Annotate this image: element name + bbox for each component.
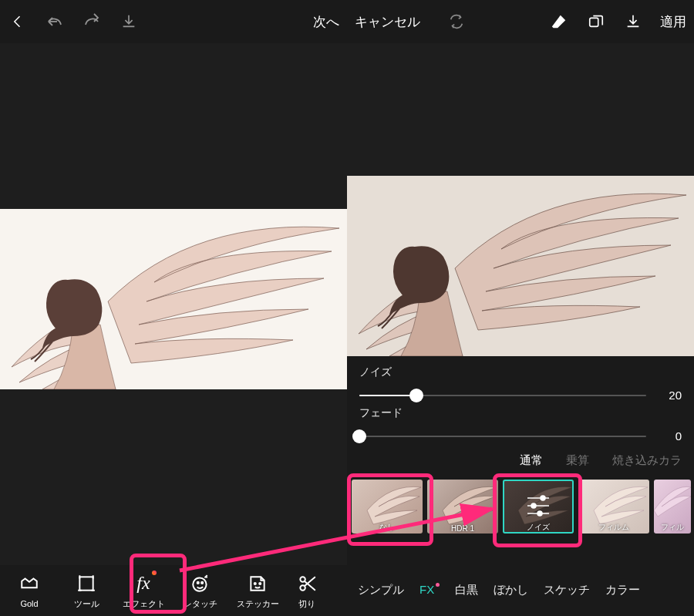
canvas-padding-top <box>0 43 347 209</box>
back-icon[interactable] <box>8 12 28 32</box>
layers-icon[interactable] <box>586 12 606 32</box>
fade-label: フェード <box>359 406 682 420</box>
tool-cutout[interactable]: 切り <box>291 572 322 610</box>
tool-label: 切り <box>298 598 315 610</box>
preset-label: なし <box>352 522 423 533</box>
svg-point-5 <box>254 582 256 584</box>
top-toolbar: 次へ <box>0 0 347 43</box>
preset-strip: なし HDR 1 ノイズ フィルム <box>347 480 694 534</box>
tool-label: エフェクト <box>123 598 165 610</box>
tool-retouch[interactable]: レタッチ <box>177 572 224 610</box>
svg-point-2 <box>193 577 206 591</box>
preset-hdr1[interactable]: HDR 1 <box>427 480 498 534</box>
tool-effects[interactable]: fx エフェクト <box>120 572 167 610</box>
eraser-icon[interactable] <box>549 12 569 32</box>
canvas-image[interactable] <box>0 209 347 389</box>
svg-point-13 <box>541 496 545 500</box>
cat-fx[interactable]: FX <box>419 583 440 597</box>
right-panel: キャンセル 適用 <box>347 0 694 616</box>
apply-button[interactable]: 適用 <box>660 13 686 31</box>
top-toolbar-right: キャンセル 適用 <box>347 0 694 43</box>
noise-label: ノイズ <box>359 365 682 379</box>
preset-noise[interactable]: ノイズ <box>503 480 574 534</box>
blend-multiply[interactable]: 乗算 <box>566 453 589 468</box>
fade-slider[interactable] <box>359 436 646 437</box>
left-panel: 次へ <box>0 0 347 616</box>
tool-label: ツール <box>74 598 99 610</box>
preset-label: ノイズ <box>503 522 574 533</box>
redo-icon[interactable] <box>82 12 102 32</box>
canvas-image-filtered[interactable] <box>347 176 694 356</box>
category-tabs: シンプル FX 白黒 ぼかし スケッチ カラー <box>347 572 694 597</box>
cat-bw[interactable]: 白黒 <box>455 583 478 597</box>
next-button[interactable]: 次へ <box>313 13 339 31</box>
tool-gold[interactable]: Gold <box>6 573 52 608</box>
tool-label: Gold <box>20 599 38 608</box>
svg-point-4 <box>201 581 203 583</box>
download-icon[interactable] <box>623 12 643 32</box>
svg-point-6 <box>259 582 261 584</box>
preset-none[interactable]: なし <box>352 480 423 534</box>
tool-label: ステッカー <box>237 598 279 610</box>
cat-color[interactable]: カラー <box>605 583 640 597</box>
preset-label: フィル <box>654 522 691 533</box>
cat-simple[interactable]: シンプル <box>358 583 404 597</box>
preset-label: HDR 1 <box>427 524 498 533</box>
fade-value: 0 <box>655 429 682 443</box>
blend-normal[interactable]: 通常 <box>520 453 543 468</box>
svg-rect-9 <box>590 18 598 26</box>
preset-film[interactable]: フィルム <box>578 480 649 534</box>
svg-rect-11 <box>347 176 694 356</box>
svg-point-15 <box>531 503 536 508</box>
tool-label: レタッチ <box>184 598 217 610</box>
cat-sketch[interactable]: スケッチ <box>544 583 590 597</box>
canvas-padding-top <box>347 43 694 176</box>
noise-slider[interactable] <box>359 395 646 396</box>
canvas-padding-bottom <box>0 389 347 565</box>
tool-sticker[interactable]: ステッカー <box>234 572 281 610</box>
cycle-icon[interactable] <box>446 12 467 32</box>
undo-icon[interactable] <box>45 12 65 32</box>
tool-tools[interactable]: ツール <box>63 572 109 610</box>
cancel-button[interactable]: キャンセル <box>355 13 420 31</box>
svg-point-3 <box>197 581 199 583</box>
preset-fil[interactable]: フィル <box>654 480 691 534</box>
blend-colorburn[interactable]: 焼き込みカラ <box>612 453 682 468</box>
download-icon[interactable] <box>119 12 139 32</box>
slider-panel: ノイズ 20 フェード 0 <box>347 356 694 446</box>
blend-mode-tabs: 通常 乗算 焼き込みカラ <box>347 447 694 476</box>
svg-point-17 <box>537 511 542 516</box>
preset-label: フィルム <box>578 522 649 533</box>
bottom-toolbar: Gold ツール fx エフェクト レタッチ ステッカー <box>0 565 347 616</box>
svg-rect-1 <box>79 577 93 590</box>
noise-value: 20 <box>655 389 682 402</box>
cat-blur[interactable]: ぼかし <box>494 583 528 597</box>
